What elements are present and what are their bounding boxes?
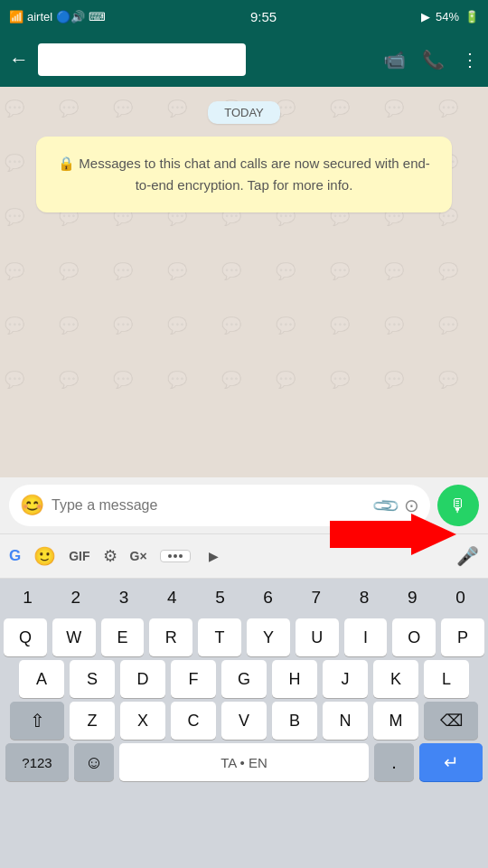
time-label: 9:55 bbox=[250, 9, 277, 24]
key-q[interactable]: Q bbox=[4, 618, 47, 656]
key-g[interactable]: G bbox=[221, 660, 267, 698]
key-8[interactable]: 8 bbox=[340, 580, 388, 616]
battery-icon: 🔋 bbox=[465, 10, 479, 24]
space-key[interactable]: TA • EN bbox=[119, 743, 369, 781]
key-l[interactable]: L bbox=[424, 660, 469, 698]
key-v[interactable]: V bbox=[221, 702, 267, 740]
status-right: ▶ 54% 🔋 bbox=[421, 10, 479, 24]
dot3 bbox=[179, 554, 183, 558]
arrow-right-icon: ▶ bbox=[209, 549, 219, 563]
shift-key[interactable]: ⇧ bbox=[10, 702, 64, 740]
voice-call-icon[interactable]: 📞 bbox=[422, 49, 445, 71]
key-3[interactable]: 3 bbox=[99, 580, 147, 616]
today-badge: TODAY bbox=[208, 101, 280, 124]
carrier-label: airtel bbox=[27, 10, 52, 24]
keyboard-row-zxcv: ⇧ Z X C V B N M ⌫ bbox=[0, 700, 488, 741]
keyboard-icon: ⌨ bbox=[89, 10, 106, 24]
key-1[interactable]: 1 bbox=[4, 580, 52, 616]
emoji-key[interactable]: ☺ bbox=[74, 743, 114, 781]
symbols-key[interactable]: ?123 bbox=[5, 743, 69, 781]
key-e[interactable]: E bbox=[101, 618, 145, 656]
key-u[interactable]: U bbox=[296, 618, 339, 656]
key-b[interactable]: B bbox=[272, 702, 317, 740]
sticker-icon[interactable]: 🙂 bbox=[33, 545, 56, 567]
key-9[interactable]: 9 bbox=[389, 580, 436, 616]
chat-header: ← 📹 📞 ⋮ bbox=[0, 33, 488, 87]
carrier-icons: 🔵🔊 bbox=[56, 10, 85, 24]
more-options-icon[interactable]: ⋮ bbox=[461, 49, 479, 71]
key-d[interactable]: D bbox=[120, 660, 165, 698]
key-h[interactable]: H bbox=[272, 660, 317, 698]
key-j[interactable]: J bbox=[323, 660, 368, 698]
gif-button[interactable]: GIF bbox=[69, 549, 89, 563]
key-x[interactable]: X bbox=[120, 702, 165, 740]
backspace-key[interactable]: ⌫ bbox=[424, 702, 478, 740]
key-y[interactable]: Y bbox=[247, 618, 290, 656]
key-a[interactable]: A bbox=[19, 660, 64, 698]
google-icon[interactable]: G bbox=[9, 547, 21, 565]
voice-input-icon[interactable]: 🎤 bbox=[456, 545, 479, 567]
status-left: 📶 airtel 🔵🔊 ⌨ bbox=[9, 10, 106, 24]
key-c[interactable]: C bbox=[171, 702, 216, 740]
key-z[interactable]: Z bbox=[70, 702, 115, 740]
key-t[interactable]: T bbox=[198, 618, 241, 656]
key-r[interactable]: R bbox=[149, 618, 192, 656]
key-0[interactable]: 0 bbox=[436, 580, 484, 616]
key-i[interactable]: I bbox=[344, 618, 388, 656]
svg-marker-0 bbox=[330, 514, 456, 555]
gx-translate-icon[interactable]: G× bbox=[130, 549, 147, 563]
period-key[interactable]: . bbox=[374, 743, 414, 781]
signal-icon: 📶 bbox=[9, 10, 23, 24]
key-s[interactable]: S bbox=[70, 660, 115, 698]
keyboard-row-qwerty: Q W E R T Y U I O P bbox=[0, 617, 488, 658]
back-button[interactable]: ← bbox=[9, 48, 29, 71]
security-notice[interactable]: 🔒 Messages to this chat and calls are no… bbox=[36, 137, 452, 212]
key-o[interactable]: O bbox=[392, 618, 436, 656]
message-input[interactable] bbox=[52, 497, 367, 514]
chat-area: TODAY 🔒 Messages to this chat and calls … bbox=[0, 87, 488, 394]
key-n[interactable]: N bbox=[323, 702, 368, 740]
emoji-button[interactable]: 😊 bbox=[20, 494, 44, 517]
battery-label: 54% bbox=[436, 10, 459, 24]
key-2[interactable]: 2 bbox=[52, 580, 99, 616]
dot1 bbox=[168, 554, 172, 558]
key-m[interactable]: M bbox=[373, 702, 418, 740]
key-7[interactable]: 7 bbox=[292, 580, 340, 616]
key-6[interactable]: 6 bbox=[244, 580, 292, 616]
arrow-annotation bbox=[330, 514, 456, 559]
keyboard-settings-icon[interactable]: ⚙ bbox=[103, 546, 117, 566]
contact-name-box[interactable] bbox=[38, 43, 246, 76]
keyboard-bottom-bar bbox=[0, 783, 488, 868]
keyboard-row-asdf: A S D F G H J K L bbox=[0, 658, 488, 700]
key-p[interactable]: P bbox=[441, 618, 484, 656]
dot2 bbox=[174, 554, 177, 558]
cast-icon: ▶ bbox=[421, 10, 430, 24]
more-tools-button[interactable] bbox=[160, 550, 191, 562]
keyboard-bottom-row: ?123 ☺ TA • EN . ↵ bbox=[0, 741, 488, 783]
video-call-icon[interactable]: 📹 bbox=[383, 49, 406, 71]
key-f[interactable]: F bbox=[171, 660, 216, 698]
key-w[interactable]: W bbox=[52, 618, 96, 656]
key-5[interactable]: 5 bbox=[196, 580, 244, 616]
header-icons: 📹 📞 ⋮ bbox=[383, 49, 479, 71]
keyboard-numbers-row: 1 2 3 4 5 6 7 8 9 0 bbox=[0, 579, 488, 617]
key-4[interactable]: 4 bbox=[148, 580, 196, 616]
key-k[interactable]: K bbox=[373, 660, 418, 698]
enter-key[interactable]: ↵ bbox=[419, 743, 483, 781]
status-bar: 📶 airtel 🔵🔊 ⌨ 9:55 ▶ 54% 🔋 bbox=[0, 0, 488, 33]
